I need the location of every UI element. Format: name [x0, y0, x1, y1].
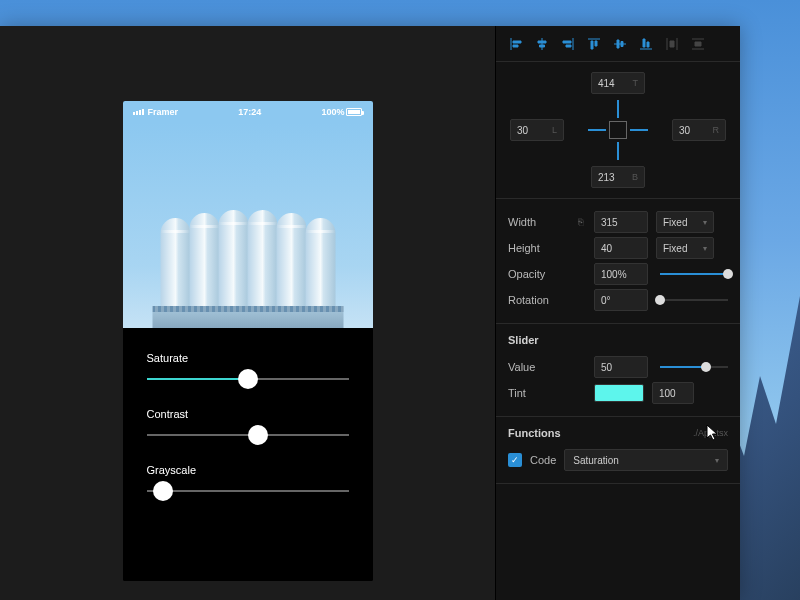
rotation-slider[interactable]: [660, 299, 728, 301]
alignment-toolbar: [496, 26, 740, 62]
canvas[interactable]: Framer 17:24 100% Saturate: [0, 26, 495, 600]
align-center-v-icon[interactable]: [608, 32, 632, 56]
constraint-top-input[interactable]: 414T: [591, 72, 645, 94]
clock-label: 17:24: [238, 107, 261, 117]
control-label: Grayscale: [147, 464, 349, 476]
functions-section: Functions ./App.tsx ✓ Code Saturation: [496, 417, 740, 484]
lock-icon[interactable]: ⎘: [574, 217, 586, 227]
control-label: Saturate: [147, 352, 349, 364]
battery-pct: 100%: [321, 107, 344, 117]
app-window: Framer 17:24 100% Saturate: [0, 26, 740, 600]
distribute-v-icon[interactable]: [686, 32, 710, 56]
control-label: Contrast: [147, 408, 349, 420]
align-top-icon[interactable]: [582, 32, 606, 56]
rotation-input[interactable]: 0°: [594, 289, 648, 311]
code-label: Code: [530, 454, 556, 466]
tint-alpha-input[interactable]: 100: [652, 382, 694, 404]
height-mode-select[interactable]: Fixed: [656, 237, 714, 259]
preview-image: [123, 123, 373, 328]
constraints-section: 414T 30L 30R 213B: [496, 62, 740, 199]
constraint-right-input[interactable]: 30R: [672, 119, 726, 141]
constraint-left-input[interactable]: 30L: [510, 119, 564, 141]
filepath-label: ./App.tsx: [693, 428, 728, 438]
align-left-icon[interactable]: [504, 32, 528, 56]
phone-statusbar: Framer 17:24 100%: [123, 101, 373, 123]
function-dropdown[interactable]: Saturation: [564, 449, 728, 471]
align-center-h-icon[interactable]: [530, 32, 554, 56]
constraint-bottom-input[interactable]: 213B: [591, 166, 645, 188]
value-slider[interactable]: [660, 366, 728, 368]
size-section: Width ⎘ 315 Fixed Height 40 Fixed Opacit…: [496, 199, 740, 324]
distribute-h-icon[interactable]: [660, 32, 684, 56]
align-right-icon[interactable]: [556, 32, 580, 56]
grayscale-slider[interactable]: [147, 490, 349, 492]
opacity-label: Opacity: [508, 268, 566, 280]
phone-frame[interactable]: Framer 17:24 100% Saturate: [123, 101, 373, 581]
height-label: Height: [508, 242, 566, 254]
slider-header: Slider: [508, 334, 728, 346]
contrast-slider[interactable]: [147, 434, 349, 436]
signal-icon: [133, 109, 144, 115]
height-input[interactable]: 40: [594, 237, 648, 259]
width-label: Width: [508, 216, 566, 228]
align-bottom-icon[interactable]: [634, 32, 658, 56]
functions-header: Functions: [508, 427, 561, 439]
phone-controls: Saturate Contrast Grayscale: [123, 328, 373, 581]
pin-control[interactable]: [588, 100, 648, 160]
opacity-input[interactable]: 100%: [594, 263, 648, 285]
value-input[interactable]: 50: [594, 356, 648, 378]
carrier-label: Framer: [148, 107, 179, 117]
tint-label: Tint: [508, 387, 566, 399]
width-mode-select[interactable]: Fixed: [656, 211, 714, 233]
control-saturate: Saturate: [147, 352, 349, 380]
opacity-slider[interactable]: [660, 273, 728, 275]
control-contrast: Contrast: [147, 408, 349, 436]
properties-panel: 414T 30L 30R 213B Width ⎘ 315 Fixed: [495, 26, 740, 600]
value-label: Value: [508, 361, 566, 373]
width-input[interactable]: 315: [594, 211, 648, 233]
code-checkbox[interactable]: ✓: [508, 453, 522, 467]
battery-icon: [346, 108, 362, 116]
control-grayscale: Grayscale: [147, 464, 349, 492]
slider-section: Slider Value 50 Tint 100: [496, 324, 740, 417]
saturate-slider[interactable]: [147, 378, 349, 380]
rotation-label: Rotation: [508, 294, 566, 306]
tint-swatch[interactable]: [594, 384, 644, 402]
